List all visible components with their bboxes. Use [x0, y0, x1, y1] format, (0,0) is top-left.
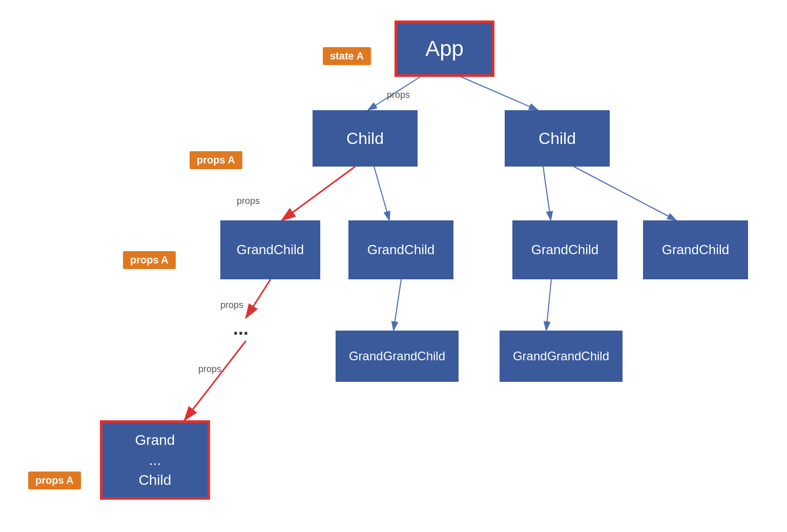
- props-label-2: props: [237, 196, 260, 207]
- props-label-3: props: [220, 300, 243, 311]
- node-grandgrandchild-1: GrandGrandChild: [336, 331, 459, 382]
- diagram: props props props props App Child Child …: [0, 0, 787, 532]
- svg-line-10: [394, 279, 401, 331]
- svg-line-8: [246, 279, 271, 318]
- node-grandgrandchild-2: GrandGrandChild: [500, 331, 623, 382]
- node-child2: Child: [505, 110, 610, 167]
- props-label-1: props: [387, 90, 410, 100]
- badge-props-a1: props A: [190, 151, 242, 169]
- svg-line-5: [374, 167, 389, 220]
- svg-line-11: [546, 279, 551, 331]
- svg-line-4: [282, 167, 355, 220]
- badge-props-a3: props A: [28, 472, 81, 489]
- node-grandchild-2: GrandChild: [348, 220, 453, 279]
- node-app: App: [395, 21, 494, 77]
- node-grandchild-1: GrandChild: [220, 220, 320, 279]
- badge-props-a2: props A: [123, 251, 176, 269]
- props-label-4: props: [198, 364, 221, 375]
- node-child1: Child: [313, 110, 418, 167]
- svg-line-9: [184, 341, 246, 420]
- dots-indicator: ...: [233, 318, 248, 339]
- svg-line-6: [543, 167, 551, 220]
- node-grandchild-3: GrandChild: [512, 220, 617, 279]
- node-deep-grandchild: Grand...Child: [100, 420, 210, 500]
- badge-state-a: state A: [323, 47, 371, 65]
- node-grandchild-4: GrandChild: [643, 220, 748, 279]
- svg-line-3: [461, 77, 538, 110]
- svg-line-7: [574, 167, 676, 220]
